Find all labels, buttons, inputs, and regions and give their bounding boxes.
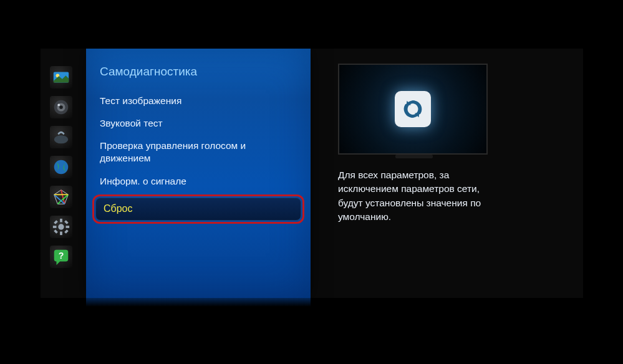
tv-frame bbox=[338, 64, 488, 155]
sound-icon[interactable] bbox=[50, 96, 72, 118]
menu-title: Самодиагностика bbox=[86, 61, 311, 90]
sidebar: ? bbox=[49, 66, 74, 268]
tv-stand bbox=[395, 155, 433, 158]
svg-rect-11 bbox=[53, 226, 57, 228]
screen-root: ? Самодиагностика Тест изображения Звуко… bbox=[0, 0, 623, 364]
menu-item-reset[interactable]: Сброс bbox=[92, 194, 304, 224]
svg-rect-15 bbox=[64, 220, 69, 224]
svg-rect-16 bbox=[54, 229, 58, 234]
svg-rect-12 bbox=[66, 226, 70, 228]
menu-panel: Самодиагностика Тест изображения Звуково… bbox=[86, 49, 311, 298]
picture-icon[interactable] bbox=[50, 66, 72, 89]
svg-point-7 bbox=[54, 160, 69, 175]
broadcast-icon[interactable] bbox=[50, 156, 72, 178]
menu-shadow bbox=[86, 298, 311, 307]
svg-point-5 bbox=[57, 103, 60, 106]
smart-hub-icon[interactable] bbox=[50, 186, 72, 208]
svg-rect-13 bbox=[54, 220, 58, 224]
description-text: Для всех параметров, за исключением пара… bbox=[338, 168, 500, 224]
support-icon[interactable]: ? bbox=[50, 246, 72, 268]
svg-point-6 bbox=[54, 135, 69, 143]
svg-rect-9 bbox=[60, 219, 62, 223]
menu-item-sound-test[interactable]: Звуковой тест bbox=[86, 112, 311, 135]
menu-item-voice-motion-test[interactable]: Проверка управления голосом и движением bbox=[86, 135, 311, 170]
menu-item-picture-test[interactable]: Тест изображения bbox=[86, 90, 311, 112]
svg-point-8 bbox=[58, 224, 64, 229]
settings-icon[interactable] bbox=[50, 216, 72, 238]
svg-rect-14 bbox=[64, 229, 69, 234]
menu-item-signal-info[interactable]: Информ. о сигнале bbox=[86, 170, 311, 193]
svg-point-4 bbox=[59, 105, 63, 109]
selection-highlight: Сброс bbox=[92, 194, 304, 224]
network-icon[interactable] bbox=[50, 126, 72, 148]
reset-icon bbox=[395, 91, 431, 127]
preview-tv bbox=[338, 64, 488, 155]
menu-item-reset-label: Сброс bbox=[95, 198, 301, 221]
svg-rect-10 bbox=[60, 232, 62, 236]
svg-text:?: ? bbox=[59, 251, 64, 261]
